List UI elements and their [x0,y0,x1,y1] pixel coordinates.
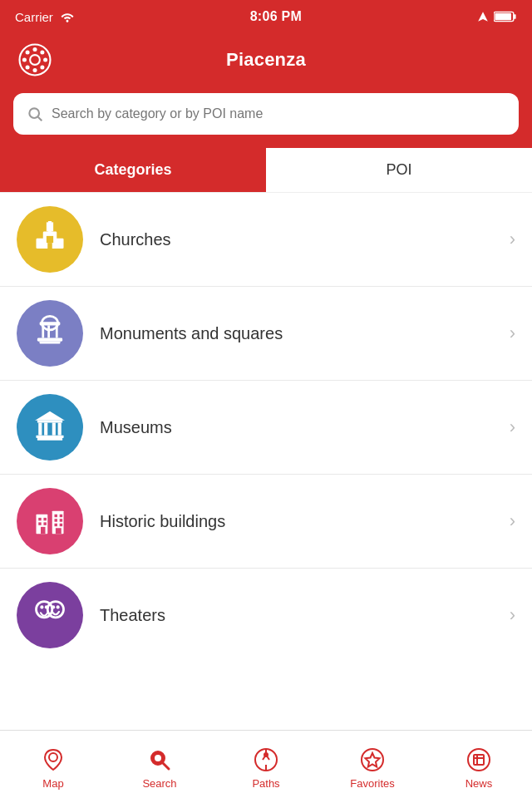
category-label-theaters: Theaters [100,606,493,625]
header: Piacenza [0,33,532,93]
category-icon-historic [17,488,83,554]
svg-rect-46 [55,519,57,521]
category-label-museums: Museums [100,418,493,437]
svg-rect-25 [47,325,50,337]
svg-point-7 [32,68,37,72]
svg-rect-45 [60,515,62,517]
category-label-historic: Historic buildings [100,512,493,531]
category-label-churches: Churches [100,230,493,249]
svg-marker-68 [366,753,380,767]
search-bar[interactable] [13,93,519,135]
svg-point-54 [45,605,48,608]
nav-label-paths: Paths [252,777,279,790]
svg-rect-50 [56,528,62,534]
page-title: Piacenza [226,49,306,71]
svg-point-9 [43,57,47,62]
search-input[interactable] [52,106,505,121]
nav-label-map: Map [42,777,63,790]
category-item-churches[interactable]: Churches › [0,193,532,287]
svg-rect-41 [38,522,41,525]
svg-point-11 [40,65,44,69]
chevron-icon-historic: › [510,510,515,532]
svg-rect-49 [60,524,62,526]
tab-poi[interactable]: POI [266,148,532,192]
chevron-icon-churches: › [510,229,515,250]
svg-rect-48 [55,524,57,526]
nav-item-paths[interactable]: Paths [213,740,319,790]
svg-rect-23 [40,322,61,325]
theater-icon [32,597,68,633]
svg-point-69 [468,749,490,771]
nav-item-favorites[interactable]: Favorites [319,740,426,790]
news-icon [466,746,492,773]
category-label-monuments: Monuments and squares [100,324,493,343]
status-bar: Carrier 8:06 PM [0,0,532,33]
status-left: Carrier [15,10,75,24]
svg-point-8 [22,57,27,62]
chevron-icon-monuments: › [510,323,515,344]
svg-point-55 [52,605,55,608]
svg-rect-30 [37,421,62,423]
search-nav-icon [146,746,173,773]
category-icon-monuments [17,300,83,367]
settings-button[interactable] [17,42,53,78]
svg-point-12 [40,51,44,55]
svg-rect-28 [40,342,61,344]
nav-item-news[interactable]: News [426,740,532,790]
status-right [477,10,517,23]
svg-point-53 [40,605,43,608]
category-item-theaters[interactable]: Theaters › [0,569,532,662]
wifi-icon [60,11,75,22]
svg-rect-42 [43,522,46,525]
svg-point-66 [264,753,268,756]
svg-point-14 [29,108,39,118]
category-item-monuments[interactable]: Monuments and squares › [0,287,532,381]
svg-rect-2 [514,14,516,19]
svg-rect-35 [37,436,64,438]
svg-marker-29 [35,411,65,421]
chevron-icon-museums: › [510,416,515,438]
svg-line-60 [163,763,169,769]
svg-rect-20 [47,236,53,243]
svg-point-56 [57,605,60,608]
bottom-nav: Map Search Paths Favorites [0,730,532,798]
location-icon [477,10,489,23]
svg-rect-43 [41,527,46,534]
svg-rect-40 [43,518,46,520]
settings-icon [17,42,52,77]
svg-point-59 [155,755,161,761]
museum-icon [32,409,68,446]
church-icon [32,221,68,258]
svg-rect-17 [48,221,52,233]
svg-rect-3 [495,13,511,20]
favorites-icon [359,746,386,773]
svg-rect-33 [52,423,56,436]
building-icon [32,503,68,539]
svg-rect-34 [58,423,62,436]
svg-rect-39 [38,518,41,520]
tab-bar: Categories POI [0,148,532,193]
svg-rect-32 [44,423,47,436]
category-icon-museums [17,394,83,461]
svg-rect-36 [37,438,62,441]
svg-point-6 [32,47,37,52]
category-item-historic[interactable]: Historic buildings › [0,475,532,569]
carrier-text: Carrier [15,10,53,24]
chevron-icon-theaters: › [510,604,515,626]
nav-item-search[interactable]: Search [106,740,213,790]
svg-point-13 [26,65,30,69]
category-item-museums[interactable]: Museums › [0,381,532,475]
battery-icon [494,11,517,22]
search-icon [27,106,43,122]
svg-rect-26 [56,325,58,337]
svg-marker-0 [478,12,488,22]
svg-point-10 [26,51,30,55]
svg-rect-31 [38,423,42,436]
svg-rect-47 [60,519,62,521]
nav-item-map[interactable]: Map [0,740,106,790]
tab-categories[interactable]: Categories [0,148,266,192]
svg-line-15 [38,117,42,121]
nav-label-search: Search [142,777,176,790]
svg-rect-27 [37,338,62,342]
svg-rect-21 [47,243,52,249]
